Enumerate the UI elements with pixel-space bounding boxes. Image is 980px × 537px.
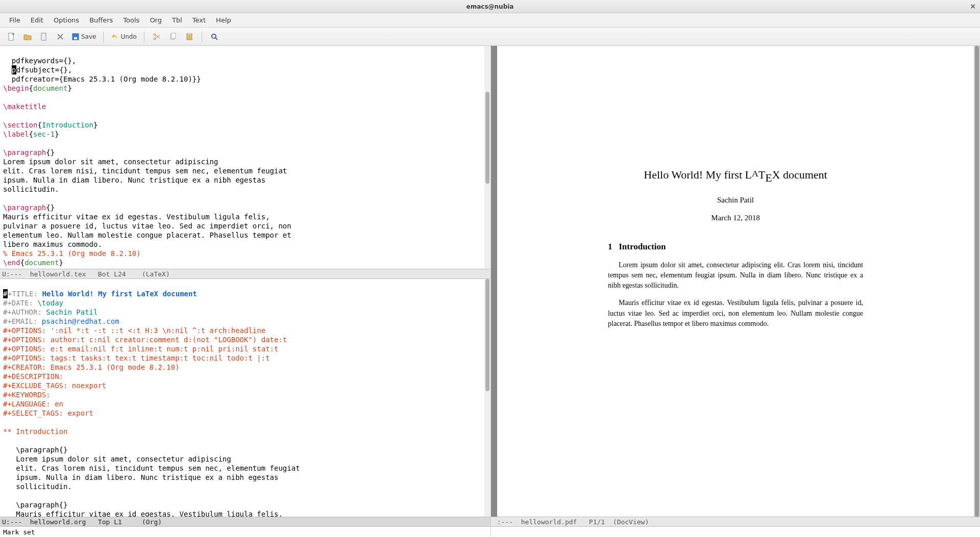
pdf-viewport[interactable]: Hello World! My first LATEX document Sac… <box>491 46 980 517</box>
right-column: Hello World! My first LATEX document Sac… <box>491 46 980 537</box>
text-cursor: # <box>3 289 8 298</box>
code-line: pulvinar a posuere id, luctus vitae leo.… <box>3 222 291 230</box>
code-line: elementum leo. Nullam molestie congue pl… <box>3 231 291 239</box>
code-line: \section{Introduction} <box>3 121 97 129</box>
scrollbar[interactable] <box>484 279 491 517</box>
toolbar-separator <box>144 31 144 42</box>
svg-point-6 <box>154 34 156 36</box>
code-line: #+OPTIONS: tags:t tasks:t tex:t timestam… <box>3 354 270 362</box>
code-line: #+TITLE: Hello World! My first LaTeX doc… <box>3 290 197 298</box>
pdf-section-heading: 1 Introduction <box>608 242 863 252</box>
open-file-button[interactable] <box>20 30 35 44</box>
window-close-button[interactable]: × <box>970 2 976 10</box>
save-icon <box>71 33 80 41</box>
code-line: #+EXCLUDE_TAGS: noexport <box>3 381 106 390</box>
code-line: Lorem ipsum dolor sit amet, consectetur … <box>3 158 218 166</box>
pdf-title: Hello World! My first LATEX document <box>608 168 863 185</box>
menu-options[interactable]: Options <box>48 14 84 26</box>
copy-button[interactable] <box>166 30 180 44</box>
menu-tools[interactable]: Tools <box>118 14 144 26</box>
left-column: pdfkeywords={}, pdfsubject={}, pdfcreato… <box>0 46 491 537</box>
scrollbar[interactable] <box>484 46 491 269</box>
code-line: sollicitudin. <box>3 482 72 491</box>
menu-tbl[interactable]: Tbl <box>167 14 187 26</box>
code-line: \end{document} <box>3 259 63 267</box>
code-line: #+OPTIONS: ':nil *:t -:t ::t <:t H:3 \n:… <box>3 326 265 335</box>
search-icon <box>210 33 218 41</box>
code-line: libero maximus commodo. <box>3 240 102 248</box>
document-icon <box>40 33 48 41</box>
code-line: pdfsubject={}, <box>3 66 72 74</box>
code-line: pdfcreator={Emacs 25.3.1 (Org mode 8.2.1… <box>3 75 201 83</box>
search-button[interactable] <box>207 30 222 44</box>
code-line: \paragraph{} <box>3 501 67 509</box>
code-line: \paragraph{} <box>3 446 67 454</box>
code-line: Mauris efficitur vitae ex id egestas. Ve… <box>3 510 283 517</box>
new-file-icon <box>7 33 15 41</box>
svg-point-1 <box>12 33 14 35</box>
menu-file[interactable]: File <box>4 14 26 26</box>
code-line: #+LANGUAGE: en <box>3 400 63 408</box>
scrollbar[interactable] <box>974 46 980 517</box>
pdf-modeline[interactable]: :--- helloworld.pdf P1/1 (DocView) <box>491 517 980 527</box>
close-button[interactable] <box>53 30 67 44</box>
code-line: ipsum. Nulla in diam libero. Nunc tristi… <box>3 176 265 184</box>
menu-org[interactable]: Org <box>144 14 167 26</box>
cut-button[interactable] <box>150 30 164 44</box>
pdf-paragraph: Mauris efficitur vitae ex id egestas. Ve… <box>608 298 863 329</box>
undo-button[interactable]: Undo <box>109 30 138 44</box>
undo-icon <box>111 33 119 41</box>
toolbar: Save Undo <box>0 28 980 46</box>
org-buffer[interactable]: #+TITLE: Hello World! My first LaTeX doc… <box>0 279 491 517</box>
code-line: #+KEYWORDS: <box>3 391 51 399</box>
copy-icon <box>169 33 177 41</box>
code-line: \label{sec-1} <box>3 130 59 138</box>
toolbar-separator <box>103 31 104 42</box>
code-line: #+DATE: \today <box>3 299 63 307</box>
workspace: pdfkeywords={}, pdfsubject={}, pdfcreato… <box>0 46 980 537</box>
pdf-paragraph: Lorem ipsum dolor sit amet, consectetur … <box>608 260 863 291</box>
svg-rect-4 <box>74 37 77 39</box>
new-file-button[interactable] <box>4 30 18 44</box>
tex-buffer[interactable]: pdfkeywords={}, pdfsubject={}, pdfcreato… <box>0 46 491 269</box>
menu-text[interactable]: Text <box>187 14 211 26</box>
code-line: sollicitudin. <box>3 185 59 193</box>
org-heading: ** Introduction <box>3 427 67 436</box>
pdf-author: Sachin Patil <box>608 196 863 204</box>
minibuffer-right <box>491 527 980 537</box>
undo-label: Undo <box>120 33 136 40</box>
code-line: elit. Cras lorem nisi, tincidunt tempus … <box>3 167 287 175</box>
close-icon <box>56 33 64 41</box>
folder-open-icon <box>23 33 32 41</box>
menu-bar[interactable]: File Edit Options Buffers Tools Org Tbl … <box>0 13 980 28</box>
code-line: #+SELECT_TAGS: export <box>3 409 93 417</box>
save-button[interactable]: Save <box>69 30 98 44</box>
svg-point-11 <box>212 34 216 38</box>
scrollbar-thumb[interactable] <box>485 92 489 184</box>
paste-button[interactable] <box>182 30 197 44</box>
menu-edit[interactable]: Edit <box>26 14 48 26</box>
scrollbar-thumb[interactable] <box>975 46 979 517</box>
code-line: \begin{document} <box>3 84 72 92</box>
svg-rect-2 <box>41 33 46 40</box>
kill-buffer-button[interactable] <box>37 30 51 44</box>
menu-buffers[interactable]: Buffers <box>84 14 118 26</box>
minibuffer[interactable]: Mark set <box>0 527 491 537</box>
pdf-date: March 12, 2018 <box>608 214 863 222</box>
clipboard-icon <box>185 33 193 41</box>
code-line: \paragraph{} <box>3 203 55 212</box>
code-line: \maketitle <box>3 103 46 111</box>
pdf-page: Hello World! My first LATEX document Sac… <box>497 46 974 517</box>
code-line: pdfkeywords={}, <box>3 57 76 65</box>
code-line: #+AUTHOR: Sachin Patil <box>3 308 97 316</box>
save-label: Save <box>81 33 96 40</box>
code-line: elit. Cras lorem nisi, tincidunt tempus … <box>3 464 300 472</box>
code-line: #+OPTIONS: e:t email:nil f:t inline:t nu… <box>3 345 278 353</box>
svg-point-5 <box>154 38 156 40</box>
code-line: % Emacs 25.3.1 (Org mode 8.2.10) <box>3 249 141 258</box>
menu-help[interactable]: Help <box>211 14 236 26</box>
window-titlebar: emacs@nubia × <box>0 0 980 13</box>
tex-modeline[interactable]: U:--- helloworld.tex Bot L24 (LaTeX) <box>0 269 491 279</box>
scrollbar-thumb[interactable] <box>485 279 489 391</box>
org-modeline[interactable]: U:--- helloworld.org Top L1 (Org) <box>0 517 491 527</box>
